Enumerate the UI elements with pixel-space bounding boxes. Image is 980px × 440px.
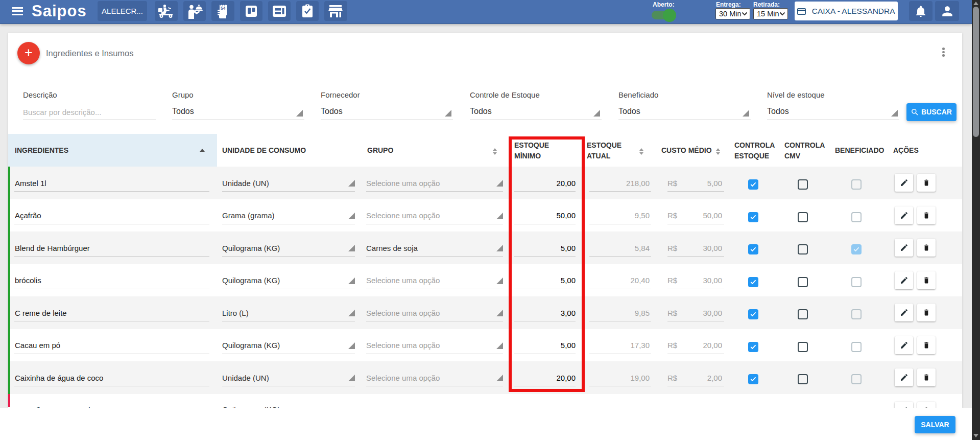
svg-text:54: 54 <box>221 6 226 11</box>
